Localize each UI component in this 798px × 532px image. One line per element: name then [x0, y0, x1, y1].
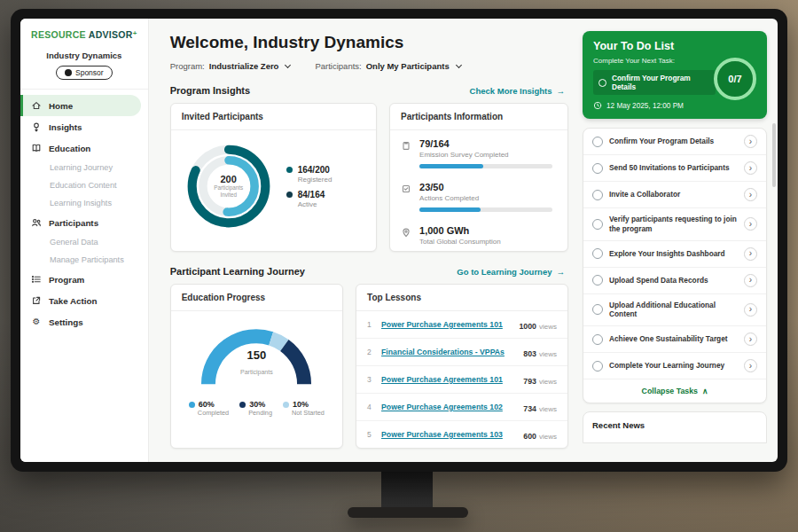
recent-news-card[interactable]: Recent News: [583, 411, 767, 443]
chevron-right-icon[interactable]: ›: [744, 135, 757, 148]
recent-news-title: Recent News: [592, 420, 645, 430]
task-row[interactable]: Verify participants requesting to join t…: [583, 208, 766, 241]
program-filter-value: Industrialize Zero: [209, 61, 279, 71]
checkbox-circle-icon[interactable]: [592, 190, 603, 200]
page-title: Welcome, Industry Dynamics: [170, 33, 568, 52]
legend-label: Not Started: [292, 409, 325, 417]
not-started-dot-icon: [283, 402, 289, 408]
task-row[interactable]: Invite a Collaborator ›: [583, 182, 766, 208]
sidebar-item-home[interactable]: Home: [20, 95, 141, 116]
todo-hero-card: Your To Do List Complete Your Next Task:…: [583, 31, 767, 119]
task-row[interactable]: Upload Spend Data Records ›: [583, 268, 766, 294]
next-task[interactable]: Confirm Your Program Details: [593, 70, 716, 95]
sidebar-item-learning-insights[interactable]: Learning Insights: [20, 194, 148, 212]
task-row[interactable]: Achieve One Sustainability Target ›: [583, 326, 766, 353]
sidebar-item-label: Take Action: [49, 296, 97, 306]
org-name: Industry Dynamics: [20, 51, 148, 60]
legend-label: Pending: [248, 409, 272, 417]
lesson-row: 2 Financial Considerations - VPPAs 803vi…: [356, 339, 567, 366]
sidebar-item-label: Settings: [49, 317, 83, 327]
task-row[interactable]: Send 50 Invitations to Participants ›: [583, 155, 766, 182]
task-label: Send 50 Invitations to Participants: [609, 163, 738, 173]
learning-cards: Education Progress 150 Participants: [170, 284, 568, 449]
invited-donut-chart: 200 Participants Invited: [182, 139, 276, 233]
checkbox-circle-icon[interactable]: [592, 304, 603, 315]
task-label: Verify participants requesting to join t…: [609, 215, 738, 234]
legend-item-registered: 164/200 Registered: [286, 165, 332, 184]
sidebar-item-label: Program: [49, 275, 84, 285]
map-pin-icon: [401, 227, 411, 238]
views-suffix: views: [539, 378, 557, 386]
sidebar-item-label: Participants: [49, 218, 98, 228]
lesson-link[interactable]: Power Purchase Agreements 101: [381, 375, 516, 384]
sidebar-item-education-content[interactable]: Education Content: [20, 176, 148, 194]
lesson-rank: 4: [367, 403, 374, 411]
sidebar-item-program[interactable]: Program: [20, 269, 148, 290]
task-row[interactable]: Confirm Your Program Details ›: [583, 129, 766, 155]
lesson-link[interactable]: Power Purchase Agreements 102: [381, 403, 516, 411]
sidebar-item-manage-participants[interactable]: Manage Participants: [20, 251, 148, 269]
link-label: Go to Learning Journey: [457, 267, 552, 277]
lesson-link[interactable]: Financial Considerations - VPPAs: [381, 348, 516, 356]
sidebar-item-general-data[interactable]: General Data: [20, 233, 148, 251]
chevron-right-icon[interactable]: ›: [744, 274, 757, 287]
chevron-up-icon: ∧: [702, 387, 708, 395]
chevron-right-icon[interactable]: ›: [744, 247, 757, 261]
views-suffix: views: [539, 323, 557, 331]
checkbox-circle-icon[interactable]: [592, 137, 603, 147]
sidebar-subitem-label: Learning Journey: [50, 163, 113, 172]
stat-emission-survey: 79/164 Emission Survey Completed: [390, 130, 567, 174]
sponsor-badge[interactable]: Sponsor: [56, 66, 113, 80]
lesson-link[interactable]: Power Purchase Agreements 101: [381, 320, 512, 329]
logo-plus: +: [133, 29, 137, 37]
lesson-link[interactable]: Power Purchase Agreements 103: [381, 430, 516, 439]
collapse-tasks-button[interactable]: Collapse Tasks ∧: [583, 379, 766, 403]
chevron-right-icon[interactable]: ›: [744, 217, 757, 231]
checkbox-circle-icon[interactable]: [592, 219, 603, 230]
sidebar-item-participants[interactable]: Participants: [20, 212, 148, 233]
participants-filter[interactable]: Participants: Only My Participants: [315, 61, 460, 71]
chevron-right-icon[interactable]: ›: [744, 303, 757, 317]
gauge-center-label: Participants: [240, 369, 273, 375]
list-icon: [31, 274, 42, 285]
checkbox-circle-icon[interactable]: [592, 163, 603, 174]
task-label: Confirm Your Program Details: [609, 137, 738, 146]
sidebar-item-take-action[interactable]: Take Action: [20, 290, 148, 311]
lesson-rank: 2: [367, 348, 374, 356]
checkbox-circle-icon[interactable]: [592, 275, 603, 286]
donut-legend: 164/200 Registered 84/164 Active: [286, 159, 332, 215]
lesson-views: 793: [523, 377, 536, 386]
program-filter[interactable]: Program: Industrialize Zero: [170, 61, 291, 71]
chevron-right-icon[interactable]: ›: [744, 359, 757, 372]
sidebar-item-education[interactable]: Education: [20, 137, 148, 159]
chevron-right-icon[interactable]: ›: [744, 332, 757, 346]
sidebar-item-settings[interactable]: ⚙ Settings: [20, 311, 148, 332]
chevron-right-icon[interactable]: ›: [744, 188, 757, 201]
views-suffix: views: [539, 350, 557, 358]
main-content: Welcome, Industry Dynamics Program: Indu…: [149, 19, 579, 462]
task-list: Confirm Your Program Details › Send 50 I…: [583, 128, 767, 403]
task-label: Upload Spend Data Records: [609, 276, 738, 286]
checkbox-circle-icon[interactable]: [592, 334, 603, 345]
checkbox-circle-icon[interactable]: [592, 248, 603, 259]
sidebar-item-learning-journey[interactable]: Learning Journey: [20, 159, 148, 176]
checkbox-circle-icon[interactable]: [592, 361, 603, 372]
scrollbar[interactable]: [772, 123, 776, 187]
task-row[interactable]: Upload Additional Educational Content ›: [583, 294, 766, 327]
app-screen: RESOURCE ADVISOR+ Industry Dynamics Spon…: [20, 19, 778, 462]
actions-progress-bar: [419, 207, 552, 212]
section-title: Participant Learning Journey: [170, 266, 305, 277]
go-to-learning-journey-link[interactable]: Go to Learning Journey →: [457, 267, 565, 277]
progress-count: 0/7: [728, 74, 741, 84]
task-row[interactable]: Complete Your Learning Journey ›: [583, 353, 766, 379]
stat-value: 1,000 GWh: [419, 225, 501, 236]
todo-progress-ring: 0/7: [714, 58, 756, 100]
education-gauge-chart: 150 Participants: [190, 317, 323, 396]
check-more-insights-link[interactable]: Check More Insights →: [470, 86, 565, 96]
task-row[interactable]: Explore Your Insights Dashboard ›: [583, 241, 766, 268]
link-label: Check More Insights: [470, 86, 552, 96]
sidebar-item-label: Home: [49, 101, 73, 111]
task-label: Upload Additional Educational Content: [609, 301, 738, 320]
chevron-right-icon[interactable]: ›: [744, 161, 757, 175]
sidebar-item-insights[interactable]: Insights: [20, 116, 148, 137]
